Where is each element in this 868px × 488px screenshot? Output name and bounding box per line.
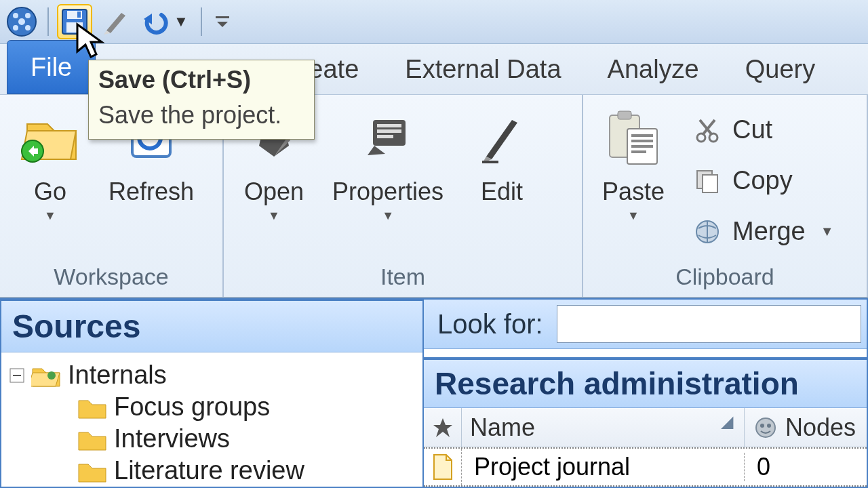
app-menu-button[interactable] (4, 4, 39, 39)
paste-button[interactable]: Paste ▼ (586, 100, 681, 261)
quick-access-toolbar: ▼ (0, 0, 868, 44)
tab-query[interactable]: Query (722, 48, 838, 91)
clipboard-group-label: Clipboard (586, 261, 864, 294)
tree-node-interviews[interactable]: Interviews (77, 423, 414, 455)
tab-external-data[interactable]: External Data (382, 48, 584, 91)
properties-button[interactable]: Properties ▼ (321, 100, 454, 261)
svg-point-4 (25, 25, 31, 30)
customize-qat-button[interactable] (210, 4, 235, 39)
svg-point-48 (756, 418, 775, 437)
go-button[interactable]: Go ▼ (3, 100, 98, 261)
edit-label: Edit (481, 178, 523, 206)
svg-marker-14 (217, 22, 228, 27)
row-nodes-cell: 0 (745, 453, 867, 481)
paste-icon (603, 108, 664, 168)
tree-node-internals[interactable]: Internals (9, 359, 414, 391)
svg-marker-47 (433, 418, 452, 437)
tree-node-focus-groups[interactable]: Focus groups (77, 391, 414, 423)
tooltip-title: Save (Ctrl+S) (98, 66, 304, 94)
svg-rect-42 (703, 175, 717, 192)
properties-dropdown-icon[interactable]: ▼ (382, 209, 394, 223)
svg-rect-36 (631, 150, 646, 153)
svg-rect-31 (618, 111, 631, 119)
svg-rect-33 (631, 134, 653, 137)
chevron-bar-icon (214, 14, 231, 30)
svg-point-50 (767, 424, 771, 428)
cut-button[interactable]: Cut (688, 112, 838, 148)
name-column-header[interactable]: Name ◢ (462, 408, 745, 447)
qat-divider-2 (201, 7, 202, 36)
svg-marker-10 (106, 13, 125, 33)
svg-marker-15 (77, 24, 102, 57)
nav-title: Sources (1, 301, 422, 352)
svg-rect-29 (482, 161, 498, 163)
focus-groups-label: Focus groups (114, 392, 270, 422)
lookfor-bar: Look for: (424, 300, 867, 349)
svg-point-49 (760, 424, 764, 428)
nodes-column-header[interactable]: Nodes (745, 413, 867, 442)
svg-rect-25 (377, 135, 393, 138)
folder-go-icon (19, 112, 81, 165)
undo-button[interactable]: ▼ (138, 4, 193, 39)
content-title: Research administration (424, 357, 867, 408)
svg-point-1 (13, 13, 18, 18)
undo-icon (142, 8, 170, 35)
items-table: Name ◢ Nodes Project journal 0 (424, 408, 867, 487)
refresh-label: Refresh (108, 178, 194, 206)
svg-rect-9 (77, 12, 81, 18)
nav-tree: Internals Focus groups Interviews Litera… (1, 352, 422, 488)
tree-node-literature-review[interactable]: Literature review (77, 455, 414, 487)
edit-pencil-icon (478, 112, 526, 165)
name-header-label: Name (470, 413, 535, 442)
merge-button[interactable]: Merge ▼ (688, 214, 838, 250)
go-label: Go (34, 178, 66, 206)
svg-rect-23 (377, 124, 401, 127)
save-tooltip: Save (Ctrl+S) Save the project. (88, 60, 315, 140)
properties-icon (361, 115, 415, 162)
open-label: Open (244, 178, 304, 206)
svg-marker-27 (486, 120, 517, 159)
workspace-group-label: Workspace (3, 261, 220, 294)
copy-button[interactable]: Copy (688, 163, 838, 199)
folder-open-icon (31, 363, 61, 388)
go-dropdown-icon[interactable]: ▼ (44, 209, 56, 223)
row-name-cell: Project journal (462, 453, 745, 481)
lookfor-input[interactable] (557, 305, 861, 343)
open-dropdown-icon[interactable]: ▼ (268, 209, 280, 223)
paste-dropdown-icon[interactable]: ▼ (627, 209, 639, 223)
document-icon (431, 453, 454, 481)
svg-rect-34 (631, 140, 653, 142)
item-group-label: Item (226, 261, 579, 294)
scissors-icon (692, 115, 723, 146)
paste-label: Paste (602, 178, 665, 206)
interviews-label: Interviews (114, 424, 230, 453)
properties-label: Properties (332, 178, 443, 206)
star-header-icon (431, 415, 455, 440)
table-header: Name ◢ Nodes (424, 408, 867, 447)
svg-point-2 (25, 13, 31, 18)
svg-rect-13 (216, 16, 229, 18)
folder-icon (77, 427, 107, 451)
cut-label: Cut (732, 115, 772, 144)
tab-analyze[interactable]: Analyze (585, 48, 722, 91)
main-pane: Look for: Research administration Name ◢… (424, 298, 868, 488)
edit-button[interactable]: Edit (454, 100, 549, 261)
svg-point-46 (47, 371, 56, 380)
qat-divider (47, 7, 49, 36)
collapse-icon[interactable] (9, 368, 24, 383)
internals-label: Internals (68, 361, 167, 390)
table-row[interactable]: Project journal 0 (424, 447, 867, 487)
lower-panes: Sources Internals Focus groups Interview… (0, 298, 868, 488)
mouse-cursor-icon (75, 22, 107, 60)
svg-marker-26 (368, 146, 385, 155)
folder-icon (77, 459, 107, 483)
merge-dropdown-icon[interactable]: ▼ (821, 224, 834, 239)
undo-dropdown-icon[interactable]: ▼ (174, 13, 189, 30)
select-all-column-header[interactable] (424, 408, 462, 447)
nodes-header-label: Nodes (785, 413, 856, 442)
literature-review-label: Literature review (114, 456, 304, 485)
sort-asc-icon: ◢ (721, 412, 733, 431)
svg-point-3 (13, 25, 18, 30)
row-icon-cell (424, 449, 462, 485)
nvivo-orb-icon (6, 6, 37, 37)
